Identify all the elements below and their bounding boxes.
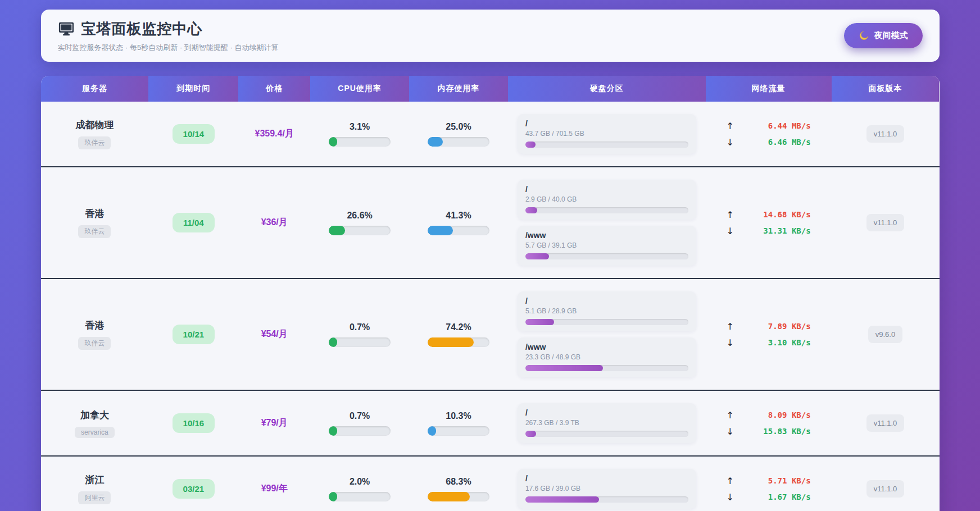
down-arrow-icon: ↓ xyxy=(727,137,734,148)
memory-cell: 10.3% xyxy=(409,411,508,436)
network-upload-line: ↑ 6.44 MB/s xyxy=(727,121,811,131)
disk-partition-card: /www 23.3 GB / 48.9 GB xyxy=(518,337,696,377)
expiry-cell: 10/16 xyxy=(148,413,238,433)
disk-usage-text: 5.1 GB / 28.9 GB xyxy=(525,307,688,315)
network-download-line: ↓ 1.67 KB/s xyxy=(727,492,811,503)
cpu-value: 0.7% xyxy=(350,411,370,421)
up-arrow-icon: ↑ xyxy=(727,121,734,131)
price-text: ¥36/月 xyxy=(261,217,288,229)
table-row: 浙江 阿里云 03/21 ¥99/年 2.0% 68.3% / 17.6 GB … xyxy=(41,455,940,511)
header-card: 宝塔面板监控中心 实时监控服务器状态 · 每5秒自动刷新 · 到期智能提醒 · … xyxy=(41,10,940,62)
night-mode-button[interactable]: 夜间模式 xyxy=(844,23,923,48)
column-header: 价格 xyxy=(238,76,310,102)
header-left: 宝塔面板监控中心 实时监控服务器状态 · 每5秒自动刷新 · 到期智能提醒 · … xyxy=(58,19,279,53)
disk-usage-text: 5.7 GB / 39.1 GB xyxy=(525,241,688,249)
network-download-line: ↓ 3.10 KB/s xyxy=(727,337,811,348)
disk-partition-card: / 2.9 GB / 40.0 GB xyxy=(518,180,696,220)
down-arrow-icon: ↓ xyxy=(727,492,734,503)
dashboard: 宝塔面板监控中心 实时监控服务器状态 · 每5秒自动刷新 · 到期智能提醒 · … xyxy=(41,10,940,511)
cpu-progress-fill xyxy=(329,337,337,347)
network-upload-line: ↑ 7.89 KB/s xyxy=(727,321,811,332)
page-title: 宝塔面板监控中心 xyxy=(81,19,203,39)
cpu-progress-track xyxy=(329,492,391,501)
disk-mount-point: / xyxy=(525,408,688,417)
page-subtitle: 实时监控服务器状态 · 每5秒自动刷新 · 到期智能提醒 · 自动续期计算 xyxy=(58,43,279,53)
version-badge: v11.1.0 xyxy=(866,125,905,143)
price-cell: ¥79/月 xyxy=(238,417,310,429)
server-cell: 香港 玖伴云 xyxy=(41,319,149,350)
column-header: 到期时间 xyxy=(148,76,238,102)
price-cell: ¥359.4/月 xyxy=(238,128,310,140)
disk-cell: / 267.3 GB / 3.9 TB xyxy=(508,403,706,443)
disk-progress-track xyxy=(525,496,688,503)
version-badge: v11.1.0 xyxy=(866,480,905,498)
server-name: 成都物理 xyxy=(75,118,114,131)
network-upload-line: ↑ 5.71 KB/s xyxy=(727,476,811,486)
cpu-progress-track xyxy=(329,426,391,436)
memory-progress-fill xyxy=(428,137,443,147)
disk-progress-fill xyxy=(525,319,554,325)
price-cell: ¥36/月 xyxy=(238,217,310,229)
disk-mount-point: /www xyxy=(525,231,688,240)
table-row: 香港 玖伴云 11/04 ¥36/月 26.6% 41.3% / 2.9 GB … xyxy=(41,166,940,278)
disk-usage-text: 2.9 GB / 40.0 GB xyxy=(525,195,688,203)
network-cell: ↑ 7.89 KB/s ↓ 3.10 KB/s xyxy=(706,321,832,348)
price-cell: ¥54/月 xyxy=(238,328,310,340)
expiry-cell: 11/04 xyxy=(148,213,238,232)
disk-mount-point: /www xyxy=(525,343,688,352)
cpu-value: 0.7% xyxy=(350,322,370,332)
memory-cell: 74.2% xyxy=(409,322,508,347)
memory-progress-track xyxy=(428,226,489,235)
version-badge: v9.6.0 xyxy=(868,326,902,343)
table-header: 服务器到期时间价格CPU使用率内存使用率硬盘分区网络流量面板版本 xyxy=(41,76,940,102)
disk-usage-text: 267.3 GB / 3.9 TB xyxy=(525,419,688,427)
memory-cell: 25.0% xyxy=(409,122,508,147)
network-download-value: 15.83 KB/s xyxy=(763,427,810,436)
disk-progress-fill xyxy=(525,496,599,503)
night-mode-label: 夜间模式 xyxy=(874,30,908,41)
memory-progress-track xyxy=(428,492,489,501)
up-arrow-icon: ↑ xyxy=(727,321,734,332)
network-download-value: 3.10 KB/s xyxy=(768,338,811,347)
column-header: 面板版本 xyxy=(832,76,940,102)
cpu-progress-fill xyxy=(329,426,337,436)
price-text: ¥79/月 xyxy=(261,417,288,429)
network-download-value: 31.31 KB/s xyxy=(763,226,810,235)
memory-value: 25.0% xyxy=(446,122,471,132)
disk-progress-fill xyxy=(525,431,536,437)
memory-progress-track xyxy=(428,426,489,436)
cpu-progress-track xyxy=(329,226,391,235)
column-header: 服务器 xyxy=(41,76,149,102)
table-row: 香港 玖伴云 10/21 ¥54/月 0.7% 74.2% / 5.1 GB /… xyxy=(41,278,940,390)
network-upload-value: 8.09 KB/s xyxy=(768,410,811,419)
network-cell: ↑ 5.71 KB/s ↓ 1.67 KB/s xyxy=(706,476,832,503)
disk-cell: / 2.9 GB / 40.0 GB /www 5.7 GB / 39.1 GB xyxy=(508,180,706,266)
network-upload-value: 14.68 KB/s xyxy=(763,210,810,219)
column-header: CPU使用率 xyxy=(310,76,409,102)
memory-value: 41.3% xyxy=(446,211,471,221)
disk-progress-fill xyxy=(525,253,549,259)
disk-partition-card: / 267.3 GB / 3.9 TB xyxy=(518,403,696,443)
expiry-badge: 03/21 xyxy=(173,479,215,499)
disk-progress-track xyxy=(525,431,688,437)
price-text: ¥99/年 xyxy=(261,483,288,495)
provider-tag: 玖伴云 xyxy=(78,337,111,350)
moon-icon xyxy=(859,30,869,41)
network-download-line: ↓ 15.83 KB/s xyxy=(727,426,811,437)
expiry-badge: 10/16 xyxy=(173,413,215,433)
cpu-value: 3.1% xyxy=(350,122,370,132)
server-cell: 浙江 阿里云 xyxy=(41,473,149,504)
provider-tag: 玖伴云 xyxy=(78,225,111,238)
price-cell: ¥99/年 xyxy=(238,483,310,495)
expiry-cell: 10/21 xyxy=(148,325,238,344)
disk-partition-card: /www 5.7 GB / 39.1 GB xyxy=(518,226,696,266)
network-cell: ↑ 14.68 KB/s ↓ 31.31 KB/s xyxy=(706,209,832,236)
server-name: 香港 xyxy=(85,319,104,332)
column-header: 网络流量 xyxy=(706,76,832,102)
cpu-progress-fill xyxy=(329,226,345,235)
expiry-badge: 10/21 xyxy=(173,325,215,344)
version-badge: v11.1.0 xyxy=(866,414,905,432)
version-cell: v11.1.0 xyxy=(832,480,940,498)
cpu-cell: 2.0% xyxy=(310,477,409,501)
network-download-line: ↓ 6.46 MB/s xyxy=(727,137,811,148)
